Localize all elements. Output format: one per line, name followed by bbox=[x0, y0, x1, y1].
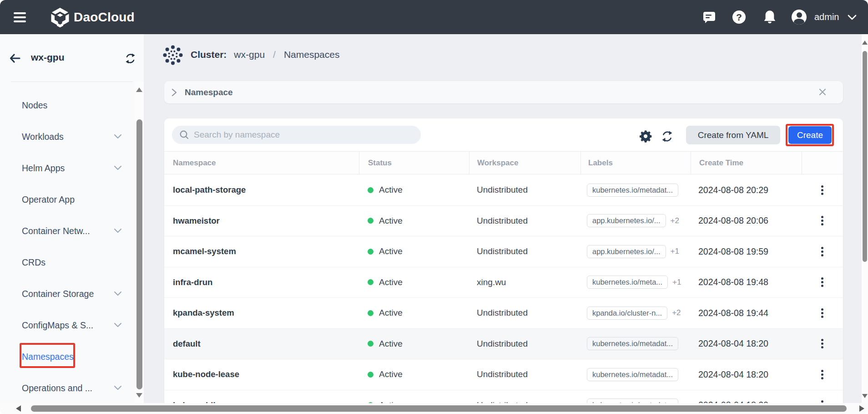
cell-status: Active bbox=[359, 369, 469, 379]
breadcrumb-cluster[interactable]: wx-gpu bbox=[234, 49, 265, 60]
status-text: Active bbox=[379, 339, 403, 349]
kebab-menu-icon[interactable] bbox=[818, 244, 827, 259]
sidebar-nav: Nodes Workloads Helm Apps Operator App C… bbox=[0, 90, 135, 404]
chevron-right-icon[interactable] bbox=[172, 88, 177, 99]
table-row[interactable]: infra-drun Active xing.wu kubernetes.io/… bbox=[164, 267, 843, 298]
sidebar-item-operations-and[interactable]: Operations and ... bbox=[0, 373, 135, 404]
menu-icon[interactable] bbox=[14, 12, 26, 22]
label-pill[interactable]: kpanda.io/cluster-n... bbox=[587, 307, 667, 320]
cell-create-time: 2024-08-08 20:06 bbox=[691, 215, 802, 226]
chevron-down-icon bbox=[114, 384, 122, 392]
cell-namespace: default bbox=[164, 339, 359, 349]
cell-labels: app.kubernetes.io/...+2 bbox=[580, 214, 691, 227]
cell-actions bbox=[802, 244, 843, 259]
notifications-icon[interactable] bbox=[762, 0, 777, 34]
status-dot bbox=[368, 372, 373, 378]
cell-status: Active bbox=[359, 339, 469, 349]
cell-labels: kpanda.io/cluster-n...+2 bbox=[580, 307, 691, 320]
cell-labels: kubernetes.io/metadat... bbox=[580, 337, 691, 350]
close-icon[interactable] bbox=[818, 88, 827, 96]
kebab-menu-icon[interactable] bbox=[818, 183, 827, 198]
label-pill[interactable]: kubernetes.io/meta... bbox=[587, 276, 668, 289]
sidebar-item-label: Operations and ... bbox=[22, 383, 92, 394]
table-row[interactable]: default Active Undistributed kubernetes.… bbox=[164, 329, 843, 360]
table-row[interactable]: local-path-storage Active Undistributed … bbox=[164, 175, 843, 206]
cell-namespace: infra-drun bbox=[164, 277, 359, 287]
table-row[interactable]: hwameistor Active Undistributed app.kube… bbox=[164, 206, 843, 237]
breadcrumb-page: Namespaces bbox=[284, 49, 340, 60]
chevron-down-icon bbox=[114, 227, 122, 235]
table-row[interactable]: kpanda-system Active Undistributed kpand… bbox=[164, 298, 843, 329]
avatar[interactable] bbox=[792, 0, 807, 34]
scroll-thumb[interactable] bbox=[863, 51, 867, 262]
username[interactable]: admin bbox=[814, 0, 839, 34]
scroll-up-arrow-icon[interactable] bbox=[136, 87, 142, 92]
user-menu-chevron-icon[interactable] bbox=[848, 0, 857, 34]
label-pill[interactable]: kubernetes.io/metadat... bbox=[587, 184, 678, 197]
divider bbox=[11, 82, 133, 82]
namespace-filter-bar[interactable]: Namespace bbox=[164, 81, 843, 103]
horizontal-scrollbar[interactable] bbox=[0, 403, 868, 414]
sidebar-item-namespaces[interactable]: Namespaces bbox=[0, 341, 135, 373]
column-header-namespace[interactable]: Namespace bbox=[164, 152, 359, 174]
label-pill[interactable]: kubernetes.io/metadat... bbox=[587, 368, 678, 381]
sidebar-item-label: Nodes bbox=[22, 100, 47, 111]
sidebar-item-configmaps-s[interactable]: ConfigMaps & S... bbox=[0, 310, 135, 341]
sidebar-item-helm-apps[interactable]: Helm Apps bbox=[0, 153, 135, 184]
back-icon[interactable] bbox=[8, 51, 22, 65]
sidebar-item-container-netw[interactable]: Container Netw... bbox=[0, 215, 135, 247]
app-window: DaoCloud ? admin bbox=[0, 0, 868, 414]
breadcrumb-prefix: Cluster: bbox=[191, 49, 227, 60]
cell-workspace: Undistributed bbox=[469, 369, 580, 379]
status-dot bbox=[368, 187, 373, 193]
vertical-scrollbar[interactable] bbox=[862, 34, 868, 403]
scroll-right-arrow-icon[interactable] bbox=[859, 405, 864, 412]
cell-labels: kubernetes.io/metadat... bbox=[580, 184, 691, 197]
sidebar-item-workloads[interactable]: Workloads bbox=[0, 121, 135, 153]
table-row[interactable]: mcamel-system Active Undistributed app.k… bbox=[164, 236, 843, 267]
sidebar-item-nodes[interactable]: Nodes bbox=[0, 90, 135, 121]
label-extra-count: +1 bbox=[672, 278, 681, 287]
column-header-status[interactable]: Status bbox=[359, 152, 469, 174]
column-header-workspace[interactable]: Workspace bbox=[469, 152, 580, 174]
cell-labels: app.kubernetes.io/...+1 bbox=[580, 245, 691, 258]
cluster-switch-icon[interactable] bbox=[125, 53, 136, 64]
scroll-left-arrow-icon[interactable] bbox=[16, 405, 21, 412]
search-input[interactable]: Search by namespace bbox=[172, 126, 421, 144]
scroll-down-arrow-icon[interactable] bbox=[862, 394, 868, 398]
scroll-down-arrow-icon[interactable] bbox=[136, 393, 142, 398]
kebab-menu-icon[interactable] bbox=[818, 306, 827, 321]
sidebar-item-operator-app[interactable]: Operator App bbox=[0, 184, 135, 215]
scroll-thumb[interactable] bbox=[31, 405, 847, 412]
column-header-create-time[interactable]: Create Time bbox=[691, 152, 802, 174]
table-row[interactable]: kube-node-lease Active Undistributed kub… bbox=[164, 359, 843, 390]
gear-icon[interactable] bbox=[640, 130, 652, 143]
cell-actions bbox=[802, 367, 843, 382]
kebab-menu-icon[interactable] bbox=[818, 336, 827, 351]
messages-icon[interactable] bbox=[702, 0, 717, 34]
cell-namespace: hwameistor bbox=[164, 216, 359, 226]
cell-create-time: 2024-08-08 19:59 bbox=[691, 246, 802, 257]
cell-create-time: 2024-08-04 18:20 bbox=[691, 338, 802, 349]
column-header-labels[interactable]: Labels bbox=[580, 152, 691, 174]
cell-actions bbox=[802, 336, 843, 351]
refresh-icon[interactable] bbox=[661, 130, 673, 143]
sidebar-item-container-storage[interactable]: Container Storage bbox=[0, 278, 135, 310]
cell-labels: kubernetes.io/metadat... bbox=[580, 368, 691, 381]
label-pill[interactable]: kubernetes.io/metadat... bbox=[587, 337, 678, 350]
label-pill[interactable]: app.kubernetes.io/... bbox=[587, 214, 666, 227]
kebab-menu-icon[interactable] bbox=[818, 367, 827, 382]
kebab-menu-icon[interactable] bbox=[818, 275, 827, 290]
kebab-menu-icon[interactable] bbox=[818, 213, 827, 228]
status-dot bbox=[368, 279, 373, 285]
cell-namespace: local-path-storage bbox=[164, 185, 359, 195]
scroll-up-arrow-icon[interactable] bbox=[862, 41, 868, 45]
label-pill[interactable]: app.kubernetes.io/... bbox=[587, 245, 666, 258]
create-button[interactable]: Create bbox=[788, 126, 832, 144]
sidebar-scrollbar[interactable] bbox=[135, 82, 144, 414]
label-extra-count: +2 bbox=[672, 308, 681, 317]
scroll-thumb[interactable] bbox=[136, 119, 142, 389]
create-from-yaml-button[interactable]: Create from YAML bbox=[686, 126, 780, 144]
help-icon[interactable]: ? bbox=[732, 0, 746, 34]
sidebar-item-crds[interactable]: CRDs bbox=[0, 247, 135, 278]
